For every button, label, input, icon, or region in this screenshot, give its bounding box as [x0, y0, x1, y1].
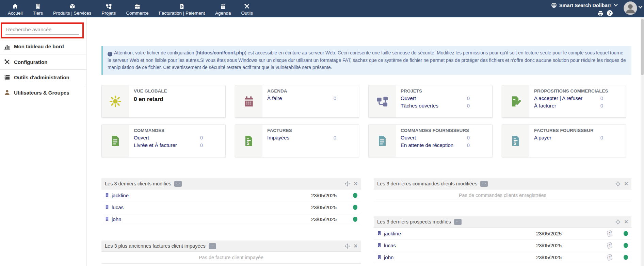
navbar-quick-tools: ?: [597, 10, 613, 16]
sidebar-item-outils-administration[interactable]: Outils d'administration: [0, 69, 86, 85]
widget-projets: PROJETS Ouvert0 Tâches ouvertes0: [368, 85, 493, 118]
tab-accueil[interactable]: Accueil: [3, 3, 28, 16]
client-link[interactable]: lucas: [112, 204, 124, 210]
panel-title: Les 3 derniers clients modifiés: [105, 181, 171, 186]
sun-icon: [102, 85, 129, 117]
avatar-chevron-down-icon[interactable]: [638, 5, 643, 9]
table-row: john 23/05/2025 ?: [374, 251, 631, 263]
prospect-link[interactable]: lucas: [384, 243, 396, 248]
tab-label: Produits | Services: [53, 11, 91, 16]
status-active-icon: [624, 255, 628, 260]
company-icon: [105, 217, 109, 222]
top-navbar: Accueil Tiers Produits | Services Projet…: [0, 0, 644, 17]
panel-title: Les 3 plus anciennes factures client imp…: [105, 243, 206, 249]
sidebar-item-utilisateurs-groupes[interactable]: Utilisateurs & Groupes: [0, 85, 86, 100]
user-icon: [4, 89, 10, 96]
widget-link[interactable]: Ouvert: [134, 134, 149, 142]
sidebar-item-configuration[interactable]: Configuration: [0, 54, 86, 69]
move-icon[interactable]: [615, 219, 621, 225]
file-invoice-dollar-icon: [502, 125, 529, 157]
panel-commandes-clients: Les 3 dernières commandes clients modifi…: [374, 178, 631, 201]
widget-title: VUE GLOBALE: [134, 88, 203, 94]
widget-link[interactable]: Livrée et À facturer: [134, 142, 177, 149]
tab-label: Commerce: [126, 11, 148, 16]
prospect-link[interactable]: john: [384, 254, 393, 260]
file-invoice-dollar-icon: [235, 125, 262, 157]
cube-icon: [69, 3, 75, 9]
file-lines-icon: [102, 125, 129, 157]
more-options-button[interactable]: ...: [454, 219, 462, 225]
tab-label: Accueil: [8, 11, 23, 16]
widget-link[interactable]: À faire: [267, 95, 282, 102]
move-icon[interactable]: [345, 181, 350, 186]
widget-link[interactable]: À facturer: [534, 102, 556, 110]
widget-count: 0: [467, 142, 470, 149]
status-active-icon: [624, 243, 628, 248]
status-active-icon: [353, 193, 357, 198]
table-row: jackline 23/05/2025: [101, 189, 361, 201]
tab-facturation-paiement[interactable]: Facturation | Paiement: [154, 3, 210, 16]
company-icon: [105, 193, 109, 198]
move-icon[interactable]: [345, 244, 350, 249]
prospect-link[interactable]: jackline: [384, 231, 401, 236]
widget-link[interactable]: A accepter | A refuser: [534, 95, 582, 102]
widget-title: COMMANDES FOURNISSEURS: [401, 128, 470, 133]
move-icon[interactable]: [615, 181, 621, 186]
prospect-level-icon: ?: [607, 230, 613, 237]
table-row: lucas 23/05/2025 ?: [374, 239, 631, 251]
more-options-button[interactable]: ...: [480, 181, 488, 187]
tab-agenda[interactable]: Agenda: [210, 3, 236, 16]
widget-count: 0: [200, 142, 203, 149]
printer-icon[interactable]: [597, 11, 603, 16]
security-warning-banner: iAttention, votre fichier de configurati…: [101, 46, 631, 75]
scrollbar-thumb[interactable]: [641, 19, 644, 75]
company-icon: [377, 243, 382, 248]
prospect-level-icon: ?: [607, 254, 613, 261]
status-active-icon: [353, 217, 357, 222]
sidebar-item-label: Outils d'administration: [14, 74, 69, 80]
close-icon[interactable]: ×: [624, 181, 628, 186]
server-icon: [4, 74, 10, 80]
table-row: john 23/05/2025: [101, 213, 361, 225]
close-icon[interactable]: ×: [354, 244, 357, 249]
tab-commerce[interactable]: Commerce: [121, 3, 154, 16]
tab-projets[interactable]: Projets: [96, 3, 121, 16]
widget-link[interactable]: Ouvert: [401, 95, 416, 102]
close-icon[interactable]: ×: [354, 181, 357, 186]
widget-link[interactable]: Tâches ouvertes: [401, 102, 438, 110]
tab-label: Tiers: [33, 11, 43, 16]
client-link[interactable]: john: [112, 216, 121, 222]
help-icon[interactable]: ?: [607, 10, 613, 16]
widget-commandes: COMMANDES Ouvert0 Livrée et À facturer0: [101, 124, 226, 157]
widget-link[interactable]: Ouvert: [401, 134, 416, 142]
more-options-button[interactable]: ...: [174, 181, 182, 187]
widget-link[interactable]: Impayées: [267, 134, 289, 142]
company-icon: [105, 205, 109, 210]
client-link[interactable]: jackline: [112, 193, 129, 198]
widget-link[interactable]: En attente de réception: [401, 142, 453, 149]
more-options-button[interactable]: ...: [209, 243, 216, 249]
tab-outils[interactable]: Outils: [236, 3, 258, 16]
panel-header: Les 3 derniers prospects modifiés ... ×: [374, 216, 631, 228]
status-active-icon: [353, 205, 357, 210]
widget-link[interactable]: A payer: [534, 134, 551, 142]
avatar[interactable]: [624, 1, 637, 15]
widget-count: 0: [600, 102, 603, 110]
project-diagram-icon: [369, 85, 396, 117]
vertical-scrollbar[interactable]: [641, 17, 644, 266]
calendar-icon: [235, 85, 262, 117]
project-diagram-icon: [106, 3, 112, 9]
main-menu-tabs: Accueil Tiers Produits | Services Projet…: [0, 0, 644, 17]
tab-produits-services[interactable]: Produits | Services: [48, 3, 96, 16]
close-icon[interactable]: ×: [624, 219, 628, 225]
widget-factures-fournisseur: FACTURES FOURNISSEUR A payer0: [502, 124, 626, 157]
tab-tiers[interactable]: Tiers: [28, 3, 48, 16]
tools-icon: [244, 3, 250, 9]
search-input[interactable]: [5, 26, 79, 35]
table-row: jackline 23/05/2025 ?: [374, 228, 631, 239]
panel-derniers-prospects: Les 3 derniers prospects modifiés ... × …: [374, 216, 631, 263]
sidebar-item-tableau-de-bord[interactable]: Mon tableau de bord: [0, 39, 86, 54]
widget-agenda: AGENDA À faire0: [235, 85, 359, 118]
sidebar-item-label: Configuration: [14, 59, 47, 65]
user-menu[interactable]: Smart Search Dolibarr: [551, 2, 618, 8]
